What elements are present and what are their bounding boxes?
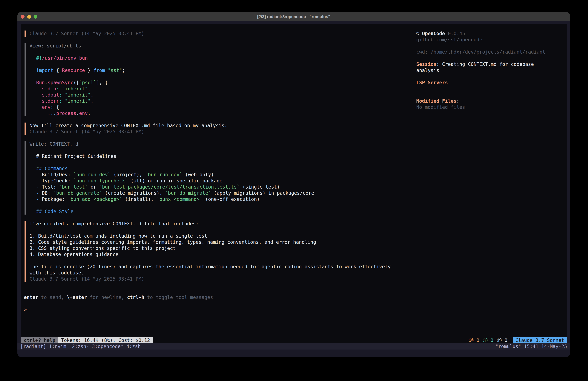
transcript-row: ...process.env,	[36, 110, 90, 116]
warning-count: Ⓦ 0	[469, 337, 479, 343]
transcript-row: enter to send, \+enter for newline, ctrl…	[24, 294, 213, 300]
transcript-row: #!/usr/bin/env bun	[36, 55, 88, 61]
terminal-window: [2/3] radiant:3:opencode - "romulus" Cla…	[18, 12, 570, 357]
input-separator	[22, 303, 567, 303]
help-keybind-chip: ctrl+? help	[21, 337, 58, 343]
tool-accent-bar	[24, 141, 26, 215]
transcript-row: stdin: "inherit",	[36, 86, 91, 92]
message-accent-bar	[24, 221, 26, 282]
transcript-row: stderr: "inherit",	[36, 98, 93, 104]
transcript-row: I've created a comprehensive CONTEXT.md …	[30, 221, 199, 227]
minimize-button[interactable]	[27, 15, 31, 19]
transcript-row: Bun.spawnSync([`psql`], {	[36, 80, 108, 86]
tmux-session-clock: "romulus" 15:41 14-May-25	[495, 343, 567, 350]
transcript-row: stdout: "inherit",	[36, 92, 93, 98]
close-button[interactable]	[21, 15, 24, 19]
tokens-cost-chip: Tokens: 16.4K (8%), Cost: $0.12	[58, 337, 153, 343]
transcript-row: - Test: `bun test` or `bun test packages…	[36, 184, 280, 190]
session-info-row: analysis	[416, 67, 439, 73]
transcript-row: env: {	[36, 104, 59, 110]
transcript-row: - TypeCheck: `bun run typecheck` (all) o…	[36, 178, 222, 184]
zoom-button[interactable]	[34, 15, 37, 19]
transcript-row: 4. Database operations guidance	[30, 251, 118, 257]
transcript-row: ## Code Style	[36, 208, 73, 215]
transcript-row: The file is concise (20 lines) and captu…	[30, 264, 391, 270]
transcript-row: import { Resource } from "sst";	[36, 67, 125, 73]
session-info-row: Modified Files:	[416, 98, 459, 104]
transcript-row: ## Commands	[36, 165, 68, 172]
session-info-row: github.com/sst/opencode	[416, 37, 482, 43]
tmux-status-bar: [radiant] 1:nvim 2:zsh- 3:opencode* 4:zs…	[18, 343, 570, 350]
tmux-windows-list[interactable]: [radiant] 1:nvim 2:zsh- 3:opencode* 4:zs…	[20, 343, 141, 350]
transcript-row: View: script/db.ts	[30, 43, 81, 49]
transcript-row: with this codebase.	[30, 270, 84, 276]
transcript-row: Claude 3.7 Sonnet (14 May 2025 03:41 PM)	[30, 276, 144, 282]
model-badge: Claude 3.7 Sonnet	[513, 337, 567, 343]
session-info-row: No modified files	[416, 104, 465, 110]
transcript-row: Now I'll create a comprehensive CONTEXT.…	[30, 123, 227, 129]
info-count: ⓘ 0	[483, 337, 493, 343]
transcript-row: - DB: `bun db generate` (create migratio…	[36, 190, 314, 196]
session-info-row: Session: Creating CONTEXT.md for codebas…	[416, 61, 534, 67]
window-title: [2/3] radiant:3:opencode - "romulus"	[18, 12, 570, 21]
transcript-row: Claude 3.7 Sonnet (14 May 2025 03:41 PM)	[30, 30, 144, 37]
message-accent-bar	[24, 30, 26, 37]
transcript-row: # Radiant Project Guidelines	[36, 153, 116, 159]
session-info-row: LSP Servers	[416, 80, 448, 86]
window-titlebar: [2/3] radiant:3:opencode - "romulus"	[18, 12, 570, 21]
transcript-row: 1. Build/lint/test commands including ho…	[30, 233, 207, 239]
transcript-row: - Build/Dev: `bun run dev` (project), `b…	[36, 172, 214, 178]
session-info-row: cwd: /home/thdxr/dev/projects/radiant/ra…	[416, 49, 545, 55]
transcript-row: 2. Code style guidelines covering import…	[30, 239, 316, 245]
transcript-row: - Package: `bun add <package>` (install)…	[36, 196, 260, 202]
diagnostics-counters: Ⓦ 0 ⓘ 0 ⓗ 0 Claude 3.7 Sonnet	[469, 337, 567, 343]
opencode-status-bar: ctrl+? help Tokens: 16.4K (8%), Cost: $0…	[18, 337, 570, 343]
hint-count: ⓗ 0	[497, 337, 507, 343]
transcript-row: 3. CSS styling conventions specific to t…	[30, 245, 176, 251]
prompt-input-line[interactable]: >	[24, 307, 27, 313]
message-accent-bar	[24, 123, 26, 135]
tool-accent-bar	[24, 43, 26, 116]
transcript-row: Write: CONTEXT.md	[30, 141, 78, 147]
transcript-row: Claude 3.7 Sonnet (14 May 2025 03:41 PM)	[30, 129, 144, 135]
session-info-row: © OpenCode 0.0.45	[416, 30, 465, 37]
